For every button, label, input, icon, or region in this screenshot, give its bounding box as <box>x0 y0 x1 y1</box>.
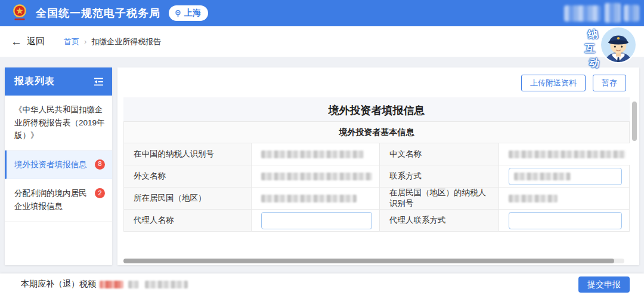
form-title: 境外投资者填报信息 <box>123 97 630 118</box>
app-title: 全国统一规范电子税务局 <box>36 6 160 20</box>
table-row: 所在居民国（地区） 在居民国（地区）的纳税人识别号 <box>124 188 629 210</box>
field-value <box>251 188 379 209</box>
upload-attachments-button[interactable]: 上传附送资料 <box>521 75 586 91</box>
vertical-scrollbar[interactable] <box>632 102 637 141</box>
agent-contact-input[interactable] <box>509 212 622 229</box>
redacted-value <box>509 150 626 158</box>
sidebar-header: 报表列表 <box>5 67 112 96</box>
sidebar-item-label: 境外投资者填报信息 <box>14 158 91 171</box>
submit-declaration-button[interactable]: 提交申报 <box>578 276 630 293</box>
sidebar-item-report-form[interactable]: 《中华人民共和国扣缴企业所得税报告表（2019年版）》 <box>5 96 112 150</box>
agent-name-input[interactable] <box>261 212 372 229</box>
redacted-user-info[interactable] <box>605 3 621 23</box>
assistant-avatar-icon[interactable] <box>600 26 637 63</box>
sidebar-title: 报表列表 <box>14 75 55 88</box>
redacted-value <box>261 195 357 202</box>
field-label: 联系方式 <box>379 165 499 187</box>
error-count-badge: 2 <box>95 188 105 198</box>
field-value <box>251 143 379 165</box>
field-label: 中文名称 <box>379 143 499 165</box>
table-section-title: 境外投资者基本信息 <box>124 122 629 143</box>
back-arrow-icon: ← <box>11 35 22 48</box>
redacted-value <box>261 173 372 180</box>
footer-bar: 本期应补（退）税额 提交申报 <box>0 274 644 295</box>
breadcrumb-separator: › <box>84 37 86 46</box>
table-row: 在中国的纳税人识别号 中文名称 <box>124 143 629 165</box>
location-badge[interactable]: 上海 <box>169 5 208 21</box>
redacted-tax-due-amount <box>100 281 123 288</box>
horizontal-scrollbar[interactable] <box>123 259 624 263</box>
field-value <box>499 188 629 209</box>
breadcrumb-home-link[interactable]: 首页 <box>64 36 79 47</box>
sidebar-item-foreign-investor[interactable]: 境外投资者填报信息 8 <box>5 150 112 180</box>
tax-due-label: 本期应补（退）税额 <box>21 279 96 290</box>
main-panel: 上传附送资料 暂存 境外投资者填报信息 税款所属期间： 金额单位：元，至角分 境… <box>117 67 639 265</box>
redacted-user-info[interactable] <box>564 5 601 21</box>
field-label: 代理人名称 <box>124 210 251 231</box>
top-header: 全国统一规范电子税务局 上海 <box>0 0 644 26</box>
save-draft-button[interactable]: 暂存 <box>593 75 626 91</box>
contact-input[interactable] <box>509 168 622 185</box>
location-label: 上海 <box>184 8 201 19</box>
horizontal-scrollbar-thumb[interactable] <box>123 259 614 263</box>
back-button[interactable]: ← 返回 <box>11 35 45 48</box>
sidebar-item-label: 《中华人民共和国扣缴企业所得税报告表（2019年版）》 <box>14 103 105 142</box>
field-label: 在中国的纳税人识别号 <box>124 143 251 165</box>
location-pin-icon <box>174 10 182 17</box>
assistant-text-char: 纳 <box>587 27 599 42</box>
redacted-value <box>514 173 571 180</box>
back-label: 返回 <box>27 36 45 47</box>
assistant-text-char: 互 <box>585 42 595 56</box>
report-list-sidebar: 报表列表 《中华人民共和国扣缴企业所得税报告表（2019年版）》 境外投资者填报… <box>5 67 112 265</box>
redacted-amount-in-words <box>145 281 188 288</box>
field-label: 在居民国（地区）的纳税人识别号 <box>379 188 499 209</box>
field-value <box>251 165 379 187</box>
toolbar: 上传附送资料 暂存 <box>521 75 626 91</box>
redacted-value <box>128 281 139 288</box>
field-label: 代理人联系方式 <box>379 210 499 231</box>
tax-emblem-logo <box>10 3 30 23</box>
tax-assistant-widget[interactable]: 纳 互 动 <box>584 26 637 72</box>
redacted-value <box>509 195 558 202</box>
field-value <box>499 143 633 165</box>
investor-basic-info-table: 境外投资者基本信息 在中国的纳税人识别号 中文名称 外文名称 联系方式 <box>123 121 630 232</box>
sidebar-item-label: 分配利润的境内居民企业填报信息 <box>14 187 91 213</box>
sidebar-item-domestic-enterprise[interactable]: 分配利润的境内居民企业填报信息 2 <box>5 179 112 221</box>
table-row: 外文名称 联系方式 <box>124 165 629 188</box>
field-value <box>499 165 629 187</box>
breadcrumb: 首页 › 扣缴企业所得税报告 <box>64 36 161 47</box>
redacted-value <box>261 150 364 158</box>
sub-header: ← 返回 首页 › 扣缴企业所得税报告 <box>0 26 644 57</box>
table-row: 代理人名称 代理人联系方式 <box>124 210 629 232</box>
menu-fold-icon[interactable] <box>94 78 104 86</box>
breadcrumb-current: 扣缴企业所得税报告 <box>91 36 161 47</box>
assistant-text-char: 动 <box>589 56 600 70</box>
redacted-user-menu[interactable] <box>624 5 639 21</box>
field-label: 外文名称 <box>124 165 251 187</box>
field-label: 所在居民国（地区） <box>124 188 251 209</box>
field-value <box>251 210 379 231</box>
field-value <box>499 210 629 231</box>
error-count-badge: 8 <box>95 159 105 170</box>
